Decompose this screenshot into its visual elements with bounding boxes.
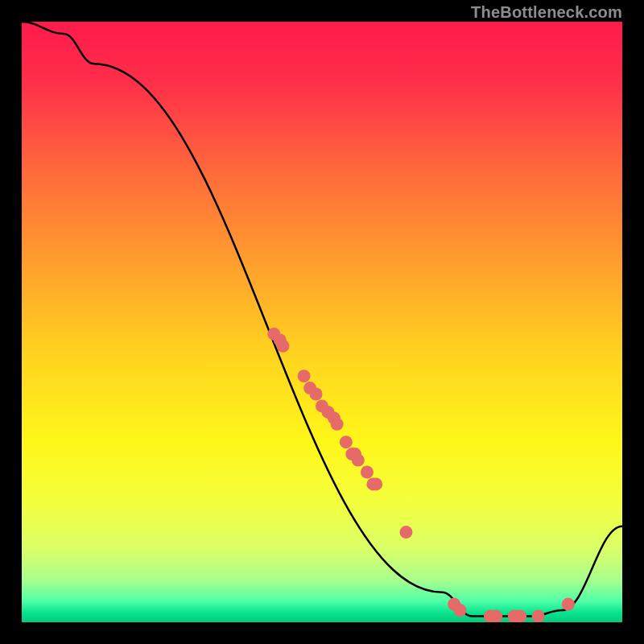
watermark-text: TheBottleneck.com [471, 3, 622, 22]
data-marker [352, 454, 365, 467]
data-markers [267, 328, 575, 622]
data-marker [310, 388, 323, 401]
data-marker [489, 610, 502, 622]
data-marker [361, 466, 374, 479]
data-marker [331, 418, 344, 431]
data-marker [340, 436, 353, 448]
data-marker [454, 604, 467, 617]
chart-stage: TheBottleneck.com [0, 0, 644, 644]
data-marker [277, 340, 290, 353]
data-marker [369, 477, 382, 490]
data-marker [562, 598, 575, 611]
data-marker [532, 610, 545, 622]
data-marker [514, 610, 526, 622]
data-marker [399, 526, 412, 539]
chart-overlay [22, 22, 622, 622]
plot-area [22, 22, 622, 622]
curve-line [22, 22, 622, 617]
data-marker [298, 369, 311, 382]
